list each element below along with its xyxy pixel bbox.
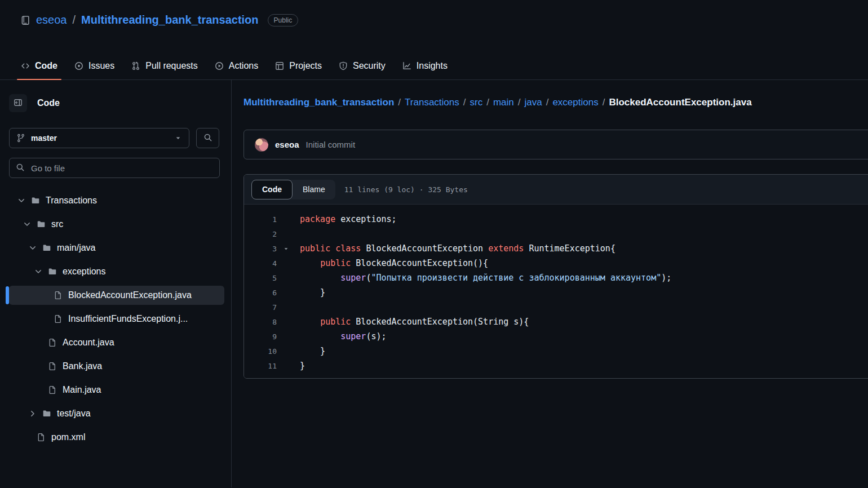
file-tree: Transactionssrcmain/javaexceptionsBlocke… (5, 191, 220, 447)
folder-icon (42, 243, 51, 252)
tree-item-label: BlockedAccountException.java (68, 290, 192, 300)
code-text: public BlockedAccountException(){ (300, 258, 488, 268)
breadcrumb-link[interactable]: java (524, 97, 542, 108)
chevron-down-icon[interactable] (28, 243, 37, 252)
line-number[interactable]: 7 (244, 303, 277, 312)
repo-name-link[interactable]: Multithreading_bank_transaction (81, 14, 259, 26)
code-text: public class BlockedAccountException ext… (300, 243, 615, 254)
collapse-sidebar-button[interactable] (9, 94, 27, 112)
chevron-right-icon[interactable] (28, 409, 37, 418)
file-meta: 11 lines (9 loc) · 325 Bytes (344, 185, 468, 194)
visibility-badge: Public (268, 14, 299, 26)
view-tab-blame[interactable]: Blame (293, 180, 335, 199)
chevron-down-icon[interactable] (23, 220, 32, 229)
sidebar-title: Code (37, 98, 60, 108)
breadcrumb-link[interactable]: Transactions (405, 97, 459, 108)
repo-nav: CodeIssuesPull requestsActionsProjectsSe… (0, 52, 868, 80)
repo-header: eseoa / Multithreading_bank_transaction … (0, 0, 868, 52)
tree-file-blockedaccountexception-java[interactable]: BlockedAccountException.java (9, 286, 224, 305)
folder-icon (42, 409, 51, 418)
tree-folder-main-java[interactable]: main/java (9, 238, 224, 258)
breadcrumb-separator: / (546, 97, 549, 108)
tree-spacer (39, 314, 48, 323)
tab-code[interactable]: Code (12, 52, 66, 79)
tree-folder-src[interactable]: src (9, 215, 224, 234)
code-line-3: 3public class BlockedAccountException ex… (244, 241, 868, 256)
tree-file-main-java[interactable]: Main.java (9, 380, 224, 400)
tab-label: Security (353, 61, 386, 71)
breadcrumb-link[interactable]: Multithreading_bank_transaction (243, 97, 394, 108)
commit-author[interactable]: eseoa (275, 140, 299, 149)
latest-commit-bar[interactable]: eseoa Initial commit (243, 130, 868, 159)
line-number[interactable]: 9 (244, 332, 277, 341)
breadcrumb-separator: / (398, 97, 401, 108)
folder-icon (48, 267, 57, 276)
tab-issues[interactable]: Issues (66, 52, 123, 79)
tab-label: Pull requests (145, 61, 198, 71)
commit-message[interactable]: Initial commit (306, 140, 356, 149)
tree-file-account-java[interactable]: Account.java (9, 333, 224, 352)
line-number[interactable]: 8 (244, 318, 277, 326)
shield-icon (339, 61, 348, 70)
code-panel-header: CodeBlame 11 lines (9 loc) · 325 Bytes (244, 175, 868, 205)
tab-label: Code (35, 61, 57, 71)
tree-spacer (34, 385, 43, 394)
tree-item-label: Bank.java (63, 361, 102, 371)
breadcrumb-link[interactable]: main (493, 97, 514, 108)
tab-projects[interactable]: Projects (267, 52, 330, 79)
tree-item-label: main/java (57, 243, 95, 253)
code-line-2: 2 (244, 227, 868, 241)
go-to-file-input[interactable] (9, 158, 220, 178)
repo-separator: / (73, 14, 76, 26)
line-number[interactable]: 1 (244, 215, 277, 224)
code-blame-switch: CodeBlame (251, 180, 335, 199)
line-number[interactable]: 11 (244, 362, 277, 370)
git-pull-request-icon (131, 61, 140, 70)
line-number[interactable]: 2 (244, 230, 277, 238)
tree-folder-exceptions[interactable]: exceptions (9, 262, 224, 281)
view-tab-code[interactable]: Code (251, 180, 293, 199)
line-number[interactable]: 3 (244, 245, 277, 253)
tab-actions[interactable]: Actions (206, 52, 267, 79)
file-icon (54, 314, 63, 323)
play-icon (215, 61, 224, 70)
line-number[interactable]: 10 (244, 347, 277, 356)
tree-item-label: test/java (57, 409, 91, 419)
branch-selector[interactable]: master (9, 128, 189, 148)
fold-chevron-icon[interactable] (279, 245, 293, 252)
code-text: public BlockedAccountException(String s)… (300, 317, 529, 327)
tree-folder-transactions[interactable]: Transactions (9, 191, 224, 210)
tree-item-label: Transactions (46, 196, 97, 206)
tree-file-pom-xml[interactable]: pom.xml (9, 428, 224, 447)
tab-security[interactable]: Security (330, 52, 394, 79)
folder-icon (31, 196, 40, 205)
breadcrumb-link[interactable]: exceptions (552, 97, 598, 108)
file-icon (37, 433, 46, 442)
branch-name: master (31, 134, 169, 143)
search-this-repo-button[interactable] (196, 128, 219, 148)
code-line-11: 11} (244, 358, 868, 373)
file-icon (48, 362, 57, 371)
repo-book-icon (20, 15, 30, 25)
panel-left-icon (14, 98, 23, 109)
avatar[interactable] (255, 138, 268, 152)
code-line-9: 9 super(s); (244, 329, 868, 344)
tree-item-label: src (51, 219, 63, 229)
line-number[interactable]: 5 (244, 274, 277, 282)
code-icon (21, 61, 30, 70)
tree-spacer (34, 338, 43, 347)
chevron-down-icon[interactable] (34, 267, 43, 276)
breadcrumb-link[interactable]: src (470, 97, 482, 108)
tab-label: Insights (417, 61, 448, 71)
repo-owner-link[interactable]: eseoa (36, 14, 67, 26)
line-number[interactable]: 6 (244, 289, 277, 297)
tree-file-bank-java[interactable]: Bank.java (9, 357, 224, 376)
line-number[interactable]: 4 (244, 259, 277, 268)
tree-file-insufficientfundsexception-j[interactable]: InsufficientFundsException.j... (9, 309, 224, 329)
breadcrumb-separator: / (486, 97, 489, 108)
tab-pull-requests[interactable]: Pull requests (123, 52, 206, 79)
tree-folder-test-java[interactable]: test/java (9, 404, 224, 423)
chevron-down-icon[interactable] (17, 196, 26, 205)
tab-insights[interactable]: Insights (394, 52, 456, 79)
tree-item-label: Account.java (63, 338, 114, 348)
